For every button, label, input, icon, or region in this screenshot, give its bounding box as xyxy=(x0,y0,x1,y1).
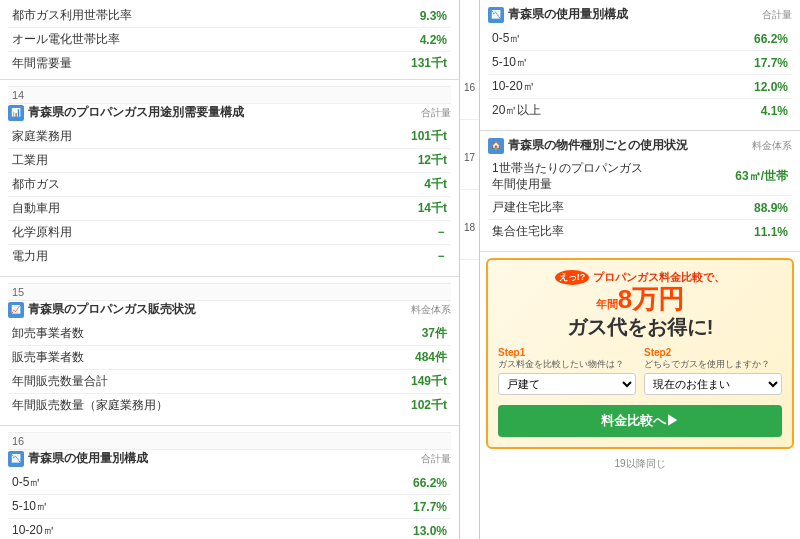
row-num-16: 16 xyxy=(460,80,479,120)
section-title: 📈 青森県のプロパンガス販売状況 xyxy=(8,301,196,318)
section-title: 🏠 青森県の物件種別ごとの使用状況 xyxy=(488,137,688,154)
left-column: 都市ガス利用世帯比率 9.3% オール電化世帯比率 4.2% 年間需要量 131… xyxy=(0,0,460,539)
table-row: 5-10㎥ 17.7% xyxy=(8,495,451,519)
ad-section: えっ!? プロパンガス料金比較で、 年間 8万円 ガス代をお得に! Step1 … xyxy=(480,252,800,473)
step1-label: Step1 xyxy=(498,347,636,358)
pie-icon: 📉 xyxy=(488,7,504,23)
section-title: 📊 青森県のプロパンガス用途別需要量構成 xyxy=(8,104,244,121)
table-row: 5-10㎥ 17.7% xyxy=(488,51,792,75)
row-label: 年間需要量 xyxy=(12,55,72,72)
ad-header: えっ!? プロパンガス料金比較で、 xyxy=(498,270,782,285)
ad-amount: 8万円 xyxy=(618,285,684,314)
section-badge: 料金体系 xyxy=(411,303,451,317)
table-row: オール電化世帯比率 4.2% xyxy=(8,28,451,52)
table-row: 戸建住宅比率 88.9% xyxy=(488,196,792,220)
ad-step2: Step2 どちらでガスを使用しますか？ 現在のお住まい xyxy=(644,347,782,395)
right-column: 📉 青森県の使用量別構成 合計量 0-5㎥ 66.2% 5-10㎥ 17.7% … xyxy=(480,0,800,539)
bottom-note: 19以降同じ xyxy=(480,455,800,473)
row-label: オール電化世帯比率 xyxy=(12,31,120,48)
section-16-left: 16 📉 青森県の使用量別構成 合計量 0-5㎥ 66.2% 5-10㎥ 17.… xyxy=(0,426,459,539)
table-row: 10-20㎥ 13.0% xyxy=(8,519,451,539)
table-row: 年間販売数量（家庭業務用） 102千t xyxy=(8,394,451,417)
section-14: 14 📊 青森県のプロパンガス用途別需要量構成 合計量 家庭業務用 101千t … xyxy=(0,80,459,277)
table-row: 20㎥以上 4.1% xyxy=(488,99,792,122)
ad-steps: Step1 ガス料金を比較したい物件は？ 戸建て Step2 どちらでガスを使用… xyxy=(498,347,782,395)
compare-button[interactable]: 料金比較へ▶ xyxy=(498,405,782,437)
section-badge: 合計量 xyxy=(421,452,451,466)
step2-label: Step2 xyxy=(644,347,782,358)
row-num-17: 17 xyxy=(460,150,479,190)
ad-big-text: 年間 8万円 xyxy=(498,285,782,314)
table-row: 家庭業務用 101千t xyxy=(8,125,451,149)
section-title: 📉 青森県の使用量別構成 xyxy=(488,6,628,23)
building-icon: 🏠 xyxy=(488,138,504,154)
bar-chart-icon: 📈 xyxy=(8,302,24,318)
ad-big-text2: ガス代をお得に! xyxy=(498,314,782,341)
section-header: 📉 青森県の使用量別構成 合計量 xyxy=(8,450,451,467)
row-value: 9.3% xyxy=(420,9,447,23)
ad-tagline: プロパンガス料金比較で、 xyxy=(593,270,725,285)
row-value: 4.2% xyxy=(420,33,447,47)
table-row: 販売事業者数 484件 xyxy=(8,346,451,370)
section-header: 📈 青森県のプロパンガス販売状況 料金体系 xyxy=(8,301,451,318)
table-row: 化学原料用 － xyxy=(8,221,451,245)
ad-sub-label: 年間 xyxy=(596,297,618,312)
table-row: 集合住宅比率 11.1% xyxy=(488,220,792,243)
section-badge: 料金体系 xyxy=(752,139,792,153)
row-label: 都市ガス利用世帯比率 xyxy=(12,7,132,24)
section-header: 📊 青森県のプロパンガス用途別需要量構成 合計量 xyxy=(8,104,451,121)
section-16-right: 📉 青森県の使用量別構成 合計量 0-5㎥ 66.2% 5-10㎥ 17.7% … xyxy=(480,0,800,131)
section-header: 📉 青森県の使用量別構成 合計量 xyxy=(488,6,792,23)
section-header: 🏠 青森県の物件種別ごとの使用状況 料金体系 xyxy=(488,137,792,154)
table-row: 年間需要量 131千t xyxy=(8,52,451,75)
table-row: 都市ガス利用世帯比率 9.3% xyxy=(8,4,451,28)
table-row: 卸売事業者数 37件 xyxy=(8,322,451,346)
advertisement: えっ!? プロパンガス料金比較で、 年間 8万円 ガス代をお得に! Step1 … xyxy=(486,258,794,449)
section-title: 📉 青森県の使用量別構成 xyxy=(8,450,148,467)
chart-icon: 📊 xyxy=(8,105,24,121)
row-value: 131千t xyxy=(411,55,447,72)
table-row: 10-20㎥ 12.0% xyxy=(488,75,792,99)
table-row: 1世帯当たりのプロパンガス年間使用量 63㎥/世帯 xyxy=(488,158,792,196)
table-row: 0-5㎥ 66.2% xyxy=(488,27,792,51)
section-badge: 合計量 xyxy=(762,8,792,22)
table-row: 0-5㎥ 66.2% xyxy=(8,471,451,495)
table-row: 電力用 － xyxy=(8,245,451,268)
table-row: 自動車用 14千t xyxy=(8,197,451,221)
section-17: 🏠 青森県の物件種別ごとの使用状況 料金体系 1世帯当たりのプロパンガス年間使用… xyxy=(480,131,800,252)
table-row: 年間販売数量合計 149千t xyxy=(8,370,451,394)
step1-select[interactable]: 戸建て xyxy=(498,373,636,395)
ad-step1: Step1 ガス料金を比較したい物件は？ 戸建て xyxy=(498,347,636,395)
section-number: 14 xyxy=(8,86,451,104)
section-number: 16 xyxy=(8,432,451,450)
row-num-18: 18 xyxy=(460,220,479,260)
section-15: 15 📈 青森県のプロパンガス販売状況 料金体系 卸売事業者数 37件 販売事業… xyxy=(0,277,459,426)
exclaim-badge: えっ!? xyxy=(555,270,590,285)
table-row: 工業用 12千t xyxy=(8,149,451,173)
step2-desc: どちらでガスを使用しますか？ xyxy=(644,358,782,371)
table-row: 都市ガス 4千t xyxy=(8,173,451,197)
section-number: 15 xyxy=(8,283,451,301)
top-data-section: 都市ガス利用世帯比率 9.3% オール電化世帯比率 4.2% 年間需要量 131… xyxy=(0,0,459,80)
section-badge: 合計量 xyxy=(421,106,451,120)
center-numbers: 16 17 18 xyxy=(460,0,480,539)
step2-select[interactable]: 現在のお住まい xyxy=(644,373,782,395)
pie-chart-icon: 📉 xyxy=(8,451,24,467)
step1-desc: ガス料金を比較したい物件は？ xyxy=(498,358,636,371)
